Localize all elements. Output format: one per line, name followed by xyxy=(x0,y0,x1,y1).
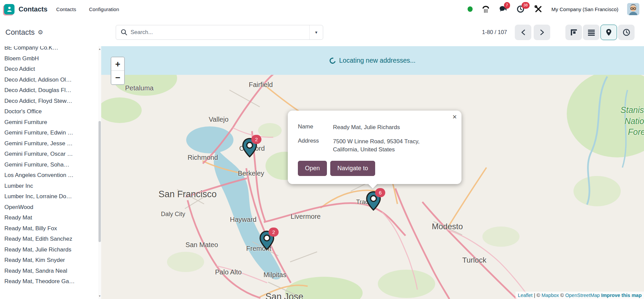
list-item[interactable]: Gemini Furniture xyxy=(4,117,99,128)
popup-fields: Name Ready Mat, Julie Richards Address 7… xyxy=(298,123,453,154)
attribution-separator2: © xyxy=(559,293,565,298)
main-menu: Contacts Configuration xyxy=(56,6,119,12)
zoom-in-button[interactable]: + xyxy=(111,57,124,71)
menu-configuration[interactable]: Configuration xyxy=(89,6,119,12)
close-icon[interactable]: × xyxy=(452,113,457,121)
city-label: Palo Alto xyxy=(215,268,242,276)
leaflet-link[interactable]: Leaflet xyxy=(518,293,533,298)
page-title: Contacts xyxy=(5,28,35,37)
activity-view-button[interactable] xyxy=(618,25,635,40)
map-view[interactable]: Petaluma Fairfield Vallejo Richmond Conc… xyxy=(101,46,644,299)
top-navbar: Contacts Contacts Configuration 7 xyxy=(0,0,644,18)
search-bar: ▼ xyxy=(116,25,323,40)
scroll-up-icon[interactable]: ▲ xyxy=(98,48,101,51)
map-pin-marker[interactable]: 2 xyxy=(259,231,275,250)
city-label: Modesto xyxy=(432,221,463,232)
list-item[interactable]: Bloem GmbH xyxy=(4,53,99,64)
list-item[interactable]: Lumber Inc xyxy=(4,181,99,191)
city-label: Hayward xyxy=(230,215,257,224)
city-label: Petaluma xyxy=(125,84,154,92)
field-label: Address xyxy=(298,138,333,154)
city-label: San Francisco xyxy=(159,188,217,200)
zoom-out-button[interactable]: − xyxy=(111,71,124,84)
app-icon[interactable] xyxy=(4,4,15,14)
list-item[interactable]: Deco Addict, Douglas Fl… xyxy=(4,85,99,96)
locating-banner: Locating new addresses... xyxy=(101,46,644,75)
control-panel: Contacts ⚙ ▼ 1-80 / 107 xyxy=(0,18,644,46)
city-label: Richmond xyxy=(188,153,218,162)
city-label: Turlock xyxy=(462,256,486,265)
list-item[interactable]: Deco Addict, Addison Ol… xyxy=(4,74,99,85)
menu-contacts[interactable]: Contacts xyxy=(56,6,76,12)
kanban-view-button[interactable] xyxy=(565,25,582,40)
list-item[interactable]: Gemini Furniture, Soha… xyxy=(4,159,99,170)
app-title[interactable]: Contacts xyxy=(19,5,48,13)
search-icon xyxy=(121,29,127,35)
list-item[interactable]: Doctor's Office xyxy=(4,106,99,117)
list-item[interactable]: Los Angeles Convention … xyxy=(4,170,99,181)
field-value: 7500 W Linne Road, 95304 Tracy, Californ… xyxy=(333,138,434,154)
map-view-button[interactable] xyxy=(600,25,617,40)
list-item[interactable]: Ready Mat, Edith Sanchez xyxy=(4,234,99,244)
navigate-to-button[interactable]: Navigate to xyxy=(330,161,375,176)
map-zoom-control: + − xyxy=(111,57,125,85)
list-item[interactable]: Deco Addict xyxy=(4,64,99,74)
tools-icon[interactable] xyxy=(534,5,543,13)
improve-map-link[interactable]: Improve this map xyxy=(601,293,642,298)
search-input[interactable] xyxy=(131,29,309,35)
map-attribution: Leaflet | © Mapbox © OpenStreetMap Impro… xyxy=(515,292,644,299)
city-label: Milpitas xyxy=(263,270,286,279)
field-label: Name xyxy=(298,123,333,132)
activities-badge: 38 xyxy=(522,2,530,9)
contacts-app-glyph xyxy=(6,6,13,12)
map-pin-marker[interactable]: 2 xyxy=(242,138,257,157)
osm-link[interactable]: OpenStreetMap xyxy=(565,293,600,298)
mapbox-link[interactable]: Mapbox xyxy=(541,293,559,298)
messages-icon[interactable]: 7 xyxy=(499,5,508,13)
list-item[interactable]: Deco Addict, Floyd Stew… xyxy=(4,96,99,107)
marker-popup: × Name Ready Mat, Julie Richards Address… xyxy=(288,111,461,184)
messages-badge: 7 xyxy=(504,2,510,9)
list-item[interactable]: Ready Mat, Sandra Neal xyxy=(4,266,99,276)
city-label: Berkeley xyxy=(238,169,264,178)
list-item[interactable]: Ready Mat, Julie Richards xyxy=(4,244,99,255)
gear-icon[interactable]: ⚙ xyxy=(38,29,43,36)
list-item[interactable]: BE Company Co.K… xyxy=(4,46,99,53)
list-item[interactable]: Gemini Furniture, Oscar … xyxy=(4,149,99,159)
spinner-icon xyxy=(329,56,337,65)
cluster-count-badge: 2 xyxy=(269,228,279,237)
list-item[interactable]: Gemini Furniture, Edwin … xyxy=(4,127,99,138)
list-item[interactable]: Gemini Furniture, Jesse … xyxy=(4,138,99,149)
list-item[interactable]: OpenWood xyxy=(4,202,99,213)
open-button[interactable]: Open xyxy=(298,161,327,176)
city-label: Daly City xyxy=(161,210,185,218)
sidebar-scrollbar[interactable]: ▲ ▼ xyxy=(98,46,101,299)
activities-clock-icon[interactable]: 38 xyxy=(516,5,525,13)
map-pin-marker[interactable]: 6 xyxy=(366,191,381,211)
online-status-icon xyxy=(468,6,473,12)
list-item[interactable]: Ready Mat, Billy Fox xyxy=(4,223,99,234)
list-item[interactable]: Ready Mat, Theodore Ga… xyxy=(4,276,99,287)
list-item[interactable]: Ready Mat xyxy=(4,212,99,223)
city-label: Fairfield xyxy=(249,80,273,89)
list-view-button[interactable] xyxy=(583,25,599,40)
search-dropdown-toggle[interactable]: ▼ xyxy=(309,25,323,39)
list-item[interactable]: Ready Mat, Kim Snyder xyxy=(4,255,99,266)
user-avatar[interactable] xyxy=(627,3,639,15)
list-item[interactable]: Lumber Inc, Lorraine Do… xyxy=(4,191,99,202)
city-label: San Jose xyxy=(265,291,304,299)
attribution-separator: | © xyxy=(533,293,542,298)
voip-phone-icon[interactable] xyxy=(481,5,490,13)
city-label: Stanislaus National Forest xyxy=(620,104,644,138)
cluster-count-badge: 6 xyxy=(375,188,385,197)
company-switcher[interactable]: My Company (San Francisco) xyxy=(552,6,618,12)
pager-previous-button[interactable] xyxy=(515,25,531,40)
scroll-down-icon[interactable]: ▼ xyxy=(98,295,101,298)
scrollbar-thumb[interactable] xyxy=(99,121,101,242)
city-label: Livermore xyxy=(291,212,321,221)
city-label: San Mateo xyxy=(186,240,218,249)
field-value: Ready Mat, Julie Richards xyxy=(333,123,434,132)
view-switcher xyxy=(565,25,635,40)
pager-next-button[interactable] xyxy=(534,25,550,40)
contact-list: BE Company Co.K… Bloem GmbH Deco Addict … xyxy=(0,46,101,287)
